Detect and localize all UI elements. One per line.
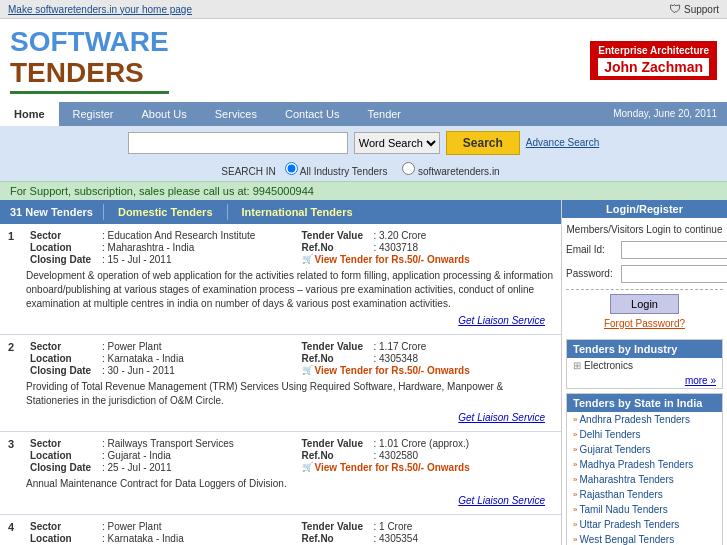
t3-sector: : Railways Transport Services xyxy=(102,438,234,449)
t1-sector: : Education And Research Institute xyxy=(102,230,255,241)
tender-item-2: 2 Sector: Power Plant Location: Karnatak… xyxy=(0,335,561,432)
t1-desc: Development & operation of web applicati… xyxy=(26,269,553,311)
state-delhi[interactable]: »Delhi Tenders xyxy=(567,427,722,442)
support-phone-text: For Support, subscription, sales please … xyxy=(10,185,314,197)
support-link[interactable]: 🛡 Support xyxy=(669,2,719,16)
t3-view-tender[interactable]: View Tender for Rs.50/- Onwards xyxy=(315,462,470,473)
tender-1-number: 1 xyxy=(8,230,20,266)
top-bar: Make softwaretenders.in your home page 🛡… xyxy=(0,0,727,19)
t1-closing: : 15 - Jul - 2011 xyxy=(102,254,171,265)
nav-tender[interactable]: Tender xyxy=(353,102,415,126)
t4-sector: : Power Plant xyxy=(102,521,161,532)
domestic-tenders-tab[interactable]: Domestic Tenders xyxy=(104,204,228,220)
logo-software: SOFTWARE xyxy=(10,27,169,58)
state-gujarat[interactable]: »Gujarat Tenders xyxy=(567,442,722,457)
nav-register[interactable]: Register xyxy=(59,102,128,126)
logo-underline xyxy=(10,91,169,94)
tender-item-3: 3 Sector: Railways Transport Services Lo… xyxy=(0,432,561,515)
t3-refno: : 4302580 xyxy=(374,450,419,461)
expand-icon: ⊞ xyxy=(573,360,581,371)
login-button[interactable]: Login xyxy=(610,294,679,314)
state-madhya[interactable]: »Madhya Pradesh Tenders xyxy=(567,457,722,472)
t1-value: : 3.20 Crore xyxy=(374,230,427,241)
password-input[interactable] xyxy=(621,265,727,283)
search-button[interactable]: Search xyxy=(446,131,520,155)
enterprise-box[interactable]: Enterprise Architecture John Zachman xyxy=(590,41,717,80)
tender-4-number: 4 xyxy=(8,521,20,545)
tender-item-1: 1 Sector: Education And Research Institu… xyxy=(0,224,561,335)
radio-all-industry[interactable]: All Industry Tenders xyxy=(285,166,391,177)
nav-about[interactable]: About Us xyxy=(128,102,201,126)
state-tamilnadu[interactable]: »Tamil Nadu Tenders xyxy=(567,502,722,517)
t1-location: : Maharashtra - India xyxy=(102,242,194,253)
login-divider xyxy=(566,289,723,290)
industry-electronics[interactable]: ⊞ Electronics xyxy=(567,358,722,373)
state-maharashtra[interactable]: »Maharashtra Tenders xyxy=(567,472,722,487)
arrow-icon: » xyxy=(573,445,577,454)
email-row: Email Id: xyxy=(566,241,723,259)
radio-all-industry-input[interactable] xyxy=(285,162,298,175)
state-westbengal[interactable]: »West Bengal Tenders xyxy=(567,532,722,545)
t3-closing: : 25 - Jul - 2011 xyxy=(102,462,171,473)
support-label: Support xyxy=(684,4,719,15)
word-search-select[interactable]: Word Search xyxy=(354,132,440,154)
t3-value: : 1.01 Crore (approx.) xyxy=(374,438,470,449)
email-label: Email Id: xyxy=(566,244,621,255)
tender-count: 31 New Tenders xyxy=(0,204,104,220)
password-label: Password: xyxy=(566,268,621,279)
t2-value: : 1.17 Crore xyxy=(374,341,427,352)
tender-1-grid: Sector: Education And Research Institute… xyxy=(30,230,553,266)
state-uttar[interactable]: »Uttar Pradesh Tenders xyxy=(567,517,722,532)
state-andhra[interactable]: »Andhra Pradesh Tenders xyxy=(567,412,722,427)
logo-tenders: TENDERS xyxy=(10,58,169,89)
arrow-icon: » xyxy=(573,430,577,439)
search-bar: Word Search Search Advance Search xyxy=(0,126,727,160)
t2-liaison[interactable]: Get Liaison Service xyxy=(8,411,545,423)
nav-bar: Home Register About Us Services Contact … xyxy=(0,102,727,126)
search-input[interactable] xyxy=(128,132,348,154)
search-radio-row: SEARCH IN All Industry Tenders softwaret… xyxy=(0,160,727,181)
t2-refno: : 4305348 xyxy=(374,353,419,364)
nav-contact[interactable]: Contact Us xyxy=(271,102,353,126)
cart-icon-1: 🛒 xyxy=(302,254,313,265)
arrow-icon: » xyxy=(573,475,577,484)
t4-refno: : 4305354 xyxy=(374,533,419,544)
nav-date: Monday, June 20, 2011 xyxy=(613,108,727,119)
support-phone: For Support, subscription, sales please … xyxy=(0,181,727,200)
login-register-section: Login/Register Members/Visitors Login to… xyxy=(562,200,727,335)
advance-search-link[interactable]: Advance Search xyxy=(526,137,599,148)
t3-location: : Gujarat - India xyxy=(102,450,171,461)
t3-liaison[interactable]: Get Liaison Service xyxy=(8,494,545,506)
nav-home[interactable]: Home xyxy=(0,102,59,126)
t4-location: : Karnataka - India xyxy=(102,533,184,544)
logo[interactable]: SOFTWARE TENDERS xyxy=(10,27,169,94)
industry-title: Tenders by Industry xyxy=(567,340,722,358)
t2-location: : Karnataka - India xyxy=(102,353,184,364)
tender-2-number: 2 xyxy=(8,341,20,377)
cart-icon-2: 🛒 xyxy=(302,365,313,376)
email-input[interactable] xyxy=(621,241,727,259)
t2-desc: Providing of Total Revenue Management (T… xyxy=(26,380,553,408)
arrow-icon: » xyxy=(573,460,577,469)
header: SOFTWARE TENDERS Enterprise Architecture… xyxy=(0,19,727,102)
nav-services[interactable]: Services xyxy=(201,102,271,126)
radio-softwaretenders[interactable]: softwaretenders.in xyxy=(402,166,500,177)
tender-3-number: 3 xyxy=(8,438,20,474)
t2-view-tender[interactable]: View Tender for Rs.50/- Onwards xyxy=(315,365,470,376)
login-form: Members/Visitors Login to continue Email… xyxy=(562,218,727,335)
arrow-icon: » xyxy=(573,535,577,544)
t1-view-tender[interactable]: View Tender for Rs.50/- Onwards xyxy=(315,254,470,265)
state-rajasthan[interactable]: »Rajasthan Tenders xyxy=(567,487,722,502)
homepage-text[interactable]: Make softwaretenders.in your home page xyxy=(8,4,192,15)
arrow-icon: » xyxy=(573,520,577,529)
international-tenders-tab[interactable]: International Tenders xyxy=(228,204,367,220)
industry-more-link[interactable]: more » xyxy=(567,373,722,388)
radio-softwaretenders-input[interactable] xyxy=(402,162,415,175)
t1-liaison[interactable]: Get Liaison Service xyxy=(8,314,545,326)
support-icon: 🛡 xyxy=(669,2,681,16)
arrow-icon: » xyxy=(573,505,577,514)
forgot-password-link[interactable]: Forgot Password? xyxy=(566,318,723,329)
main-layout: 31 New Tenders Domestic Tenders Internat… xyxy=(0,200,727,545)
industry-section: Tenders by Industry ⊞ Electronics more » xyxy=(566,339,723,389)
t2-closing: : 30 - Jun - 2011 xyxy=(102,365,175,376)
